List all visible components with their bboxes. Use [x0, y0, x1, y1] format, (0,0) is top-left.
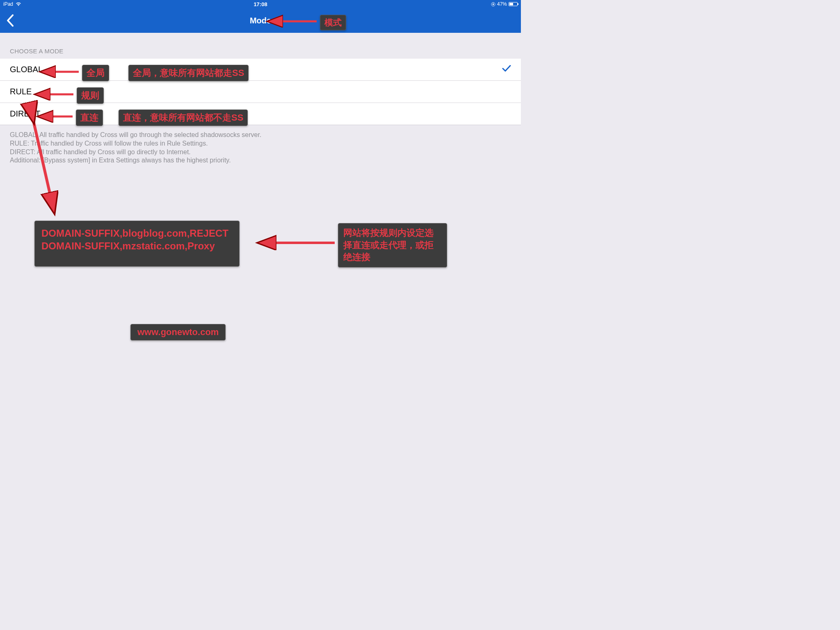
device-label: iPad [3, 1, 13, 7]
section-footer: GLOBAL: All traffic handled by Cross wil… [0, 125, 521, 171]
footer-line: DIRECT: All traffic handled by Cross wil… [10, 148, 511, 157]
annotation-global-label: 全局 [82, 65, 109, 81]
battery-percent: 47% [497, 1, 507, 7]
annotation-rule-example: DOMAIN-SUFFIX,blogblog.com,REJECT DOMAIN… [34, 221, 240, 267]
battery-icon [509, 2, 518, 6]
annotation-direct-desc: 直连，意味所有网站都不走SS [119, 110, 248, 126]
annotation-watermark: www.gonewto.com [130, 324, 226, 340]
orientation-lock-icon [491, 2, 495, 7]
footer-line: GLOBAL: All traffic handled by Cross wil… [10, 131, 511, 139]
annotation-rule-example-line: DOMAIN-SUFFIX,blogblog.com,REJECT [41, 227, 233, 240]
nav-bar: Mode [0, 8, 521, 33]
status-bar: iPad 17:08 47% [0, 0, 521, 8]
footer-line: Additional: [Bypass system] in Extra Set… [10, 156, 511, 165]
status-time: 17:08 [175, 1, 346, 7]
annotation-global-desc: 全局，意味所有网站都走SS [128, 65, 249, 81]
checkmark-icon [502, 65, 511, 74]
annotation-rule-desc: 网站将按规则内设定选择直连或走代理，或拒绝连接 [338, 223, 447, 267]
section-header: CHOOSE A MODE [0, 33, 521, 59]
content-area: CHOOSE A MODE GLOBAL RULE DIRECT GLOBAL:… [0, 33, 521, 390]
wifi-icon [16, 2, 21, 6]
annotation-rule-label: 规则 [77, 87, 104, 104]
page-title: Mode [0, 16, 521, 25]
footer-line: RULE: Traffic handled by Cross will foll… [10, 139, 511, 148]
svg-rect-1 [493, 4, 494, 5]
annotation-rule-example-line: DOMAIN-SUFFIX,mzstatic.com,Proxy [41, 240, 233, 252]
mode-option-global[interactable]: GLOBAL [0, 59, 521, 81]
back-button[interactable] [0, 8, 21, 33]
annotation-mode: 模式 [320, 15, 346, 30]
annotation-direct-label: 直连 [76, 110, 103, 126]
